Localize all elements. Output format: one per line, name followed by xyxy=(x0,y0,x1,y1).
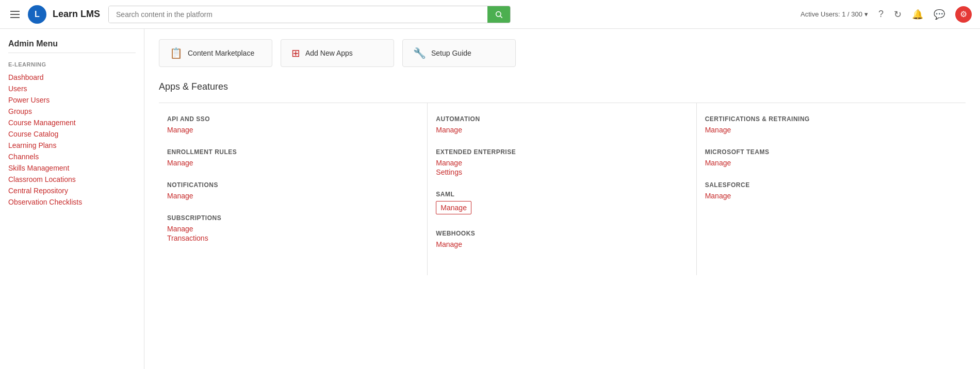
settings-icon[interactable]: ⚙ xyxy=(955,6,972,23)
extended-enterprise-manage-link[interactable]: Manage xyxy=(436,159,688,167)
feature-certifications: CERTIFICATIONS & RETRAINING Manage xyxy=(705,115,957,134)
subscriptions-manage-link[interactable]: Manage xyxy=(167,225,419,233)
feature-webhooks: WEBHOOKS Manage xyxy=(436,230,688,248)
app-logo: L xyxy=(28,5,46,24)
sidebar-item-course-management[interactable]: Course Management xyxy=(8,117,136,128)
enrollment-rules-manage-link[interactable]: Manage xyxy=(167,159,419,167)
sidebar-item-channels[interactable]: Channels xyxy=(8,151,136,162)
features-column-1: API AND SSO Manage ENROLLMENT RULES Mana… xyxy=(159,103,428,275)
notification-icon[interactable]: 🔔 xyxy=(912,9,923,20)
nav-right: Active Users: 1 / 300 ▾ ? ↻ 🔔 💬 ⚙ xyxy=(801,6,972,23)
salesforce-manage-link[interactable]: Manage xyxy=(705,192,957,200)
sidebar-item-observation-checklists[interactable]: Observation Checklists xyxy=(8,196,136,208)
saml-manage-link[interactable]: Manage xyxy=(436,201,471,214)
content-marketplace-label: Content Marketplace xyxy=(188,49,254,57)
feature-api-sso: API AND SSO Manage xyxy=(167,115,419,134)
feature-notifications: NOTIFICATIONS Manage xyxy=(167,181,419,200)
sidebar-item-power-users[interactable]: Power Users xyxy=(8,94,136,106)
sidebar-section-label: E-LEARNING xyxy=(8,61,136,68)
feature-extended-enterprise: EXTENDED ENTERPRISE Manage Settings xyxy=(436,148,688,176)
sidebar-item-learning-plans[interactable]: Learning Plans xyxy=(8,140,136,151)
add-new-apps-button[interactable]: ⊞ Add New Apps xyxy=(281,39,394,67)
refresh-icon[interactable]: ↻ xyxy=(894,9,902,20)
features-column-2: AUTOMATION Manage EXTENDED ENTERPRISE Ma… xyxy=(428,103,696,275)
main-layout: Admin Menu E-LEARNING Dashboard Users Po… xyxy=(0,29,980,369)
features-grid: API AND SSO Manage ENROLLMENT RULES Mana… xyxy=(159,103,966,275)
add-new-apps-icon: ⊞ xyxy=(291,47,300,59)
active-users-indicator[interactable]: Active Users: 1 / 300 ▾ xyxy=(801,10,868,18)
apps-features-section: Apps & Features API AND SSO Manage ENROL… xyxy=(159,81,966,275)
certifications-manage-link[interactable]: Manage xyxy=(705,126,957,134)
feature-saml: SAML Manage xyxy=(436,191,688,215)
automation-manage-link[interactable]: Manage xyxy=(436,126,688,134)
setup-guide-label: Setup Guide xyxy=(431,49,471,57)
main-content: 📋 Content Marketplace ⊞ Add New Apps 🔧 S… xyxy=(144,29,980,369)
content-marketplace-icon: 📋 xyxy=(170,47,183,59)
feature-salesforce: SALESFORCE Manage xyxy=(705,181,957,200)
webhooks-manage-link[interactable]: Manage xyxy=(436,240,688,248)
feature-microsoft-teams: MICROSOFT TEAMS Manage xyxy=(705,148,957,167)
quick-actions-row: 📋 Content Marketplace ⊞ Add New Apps 🔧 S… xyxy=(159,39,966,67)
top-navigation: L Learn LMS Active Users: 1 / 300 ▾ ? ↻ … xyxy=(0,0,980,29)
add-new-apps-label: Add New Apps xyxy=(305,49,353,57)
content-marketplace-button[interactable]: 📋 Content Marketplace xyxy=(159,39,272,67)
extended-enterprise-settings-link[interactable]: Settings xyxy=(436,168,688,176)
microsoft-teams-manage-link[interactable]: Manage xyxy=(705,159,957,167)
search-button[interactable] xyxy=(487,6,510,23)
subscriptions-transactions-link[interactable]: Transactions xyxy=(167,234,419,242)
search-bar[interactable] xyxy=(108,6,511,23)
help-icon[interactable]: ? xyxy=(878,9,884,20)
notifications-manage-link[interactable]: Manage xyxy=(167,192,419,200)
nav-left: L Learn LMS xyxy=(8,5,100,24)
admin-menu-title: Admin Menu xyxy=(8,39,136,53)
search-icon xyxy=(495,10,503,19)
setup-guide-button[interactable]: 🔧 Setup Guide xyxy=(402,39,516,67)
features-column-3: CERTIFICATIONS & RETRAINING Manage MICRO… xyxy=(697,103,966,275)
apps-features-title: Apps & Features xyxy=(159,81,966,92)
feature-subscriptions: SUBSCRIPTIONS Manage Transactions xyxy=(167,214,419,242)
sidebar-item-groups[interactable]: Groups xyxy=(8,106,136,117)
sidebar-item-dashboard[interactable]: Dashboard xyxy=(8,72,136,83)
search-input[interactable] xyxy=(109,6,487,23)
chat-icon[interactable]: 💬 xyxy=(934,9,945,20)
setup-guide-icon: 🔧 xyxy=(413,47,426,59)
svg-point-0 xyxy=(496,11,501,16)
sidebar-item-classroom-locations[interactable]: Classroom Locations xyxy=(8,174,136,185)
app-title: Learn LMS xyxy=(53,9,100,20)
api-sso-manage-link[interactable]: Manage xyxy=(167,126,419,134)
sidebar: Admin Menu E-LEARNING Dashboard Users Po… xyxy=(0,29,144,369)
feature-automation: AUTOMATION Manage xyxy=(436,115,688,134)
svg-line-1 xyxy=(500,16,502,18)
sidebar-item-course-catalog[interactable]: Course Catalog xyxy=(8,128,136,140)
feature-enrollment-rules: ENROLLMENT RULES Manage xyxy=(167,148,419,167)
hamburger-menu[interactable] xyxy=(8,9,22,20)
sidebar-item-users[interactable]: Users xyxy=(8,83,136,94)
sidebar-item-skills-management[interactable]: Skills Management xyxy=(8,162,136,174)
sidebar-item-central-repository[interactable]: Central Repository xyxy=(8,185,136,196)
